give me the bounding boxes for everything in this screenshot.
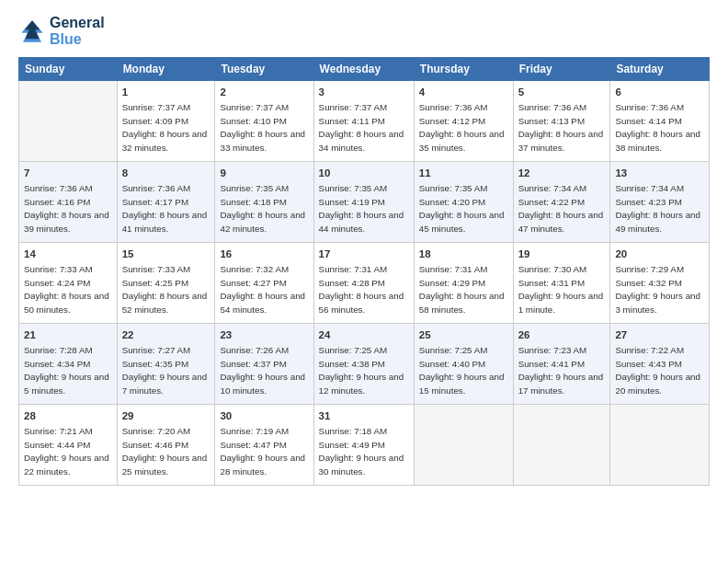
calendar-cell: 2 Sunrise: 7:37 AMSunset: 4:10 PMDayligh… (215, 81, 313, 162)
day-info: Sunrise: 7:25 AMSunset: 4:38 PMDaylight:… (319, 345, 404, 396)
weekday-header: Sunday (19, 58, 118, 81)
calendar-cell: 16 Sunrise: 7:32 AMSunset: 4:27 PMDaylig… (215, 243, 313, 324)
day-number: 25 (419, 327, 508, 342)
logo-icon (18, 17, 46, 45)
calendar-row: 14 Sunrise: 7:33 AMSunset: 4:24 PMDaylig… (19, 243, 710, 324)
calendar-cell: 9 Sunrise: 7:35 AMSunset: 4:18 PMDayligh… (215, 162, 313, 243)
day-info: Sunrise: 7:27 AMSunset: 4:35 PMDaylight:… (122, 345, 208, 396)
calendar-cell (414, 405, 513, 486)
calendar-cell: 15 Sunrise: 7:33 AMSunset: 4:25 PMDaylig… (117, 243, 215, 324)
day-number: 30 (220, 408, 308, 423)
header: General Blue (18, 15, 710, 48)
day-info: Sunrise: 7:34 AMSunset: 4:22 PMDaylight:… (518, 183, 604, 234)
weekday-header: Wednesday (313, 58, 414, 81)
day-number: 13 (615, 166, 704, 180)
day-number: 11 (419, 166, 508, 180)
logo-text: General Blue (50, 15, 105, 48)
day-info: Sunrise: 7:35 AMSunset: 4:19 PMDaylight:… (319, 183, 404, 234)
day-number: 14 (24, 247, 112, 261)
calendar-cell: 11 Sunrise: 7:35 AMSunset: 4:20 PMDaylig… (414, 162, 513, 243)
day-info: Sunrise: 7:32 AMSunset: 4:27 PMDaylight:… (220, 264, 305, 315)
day-number: 7 (24, 166, 112, 180)
day-info: Sunrise: 7:36 AMSunset: 4:12 PMDaylight:… (419, 102, 505, 153)
day-number: 26 (518, 327, 606, 342)
calendar-cell: 23 Sunrise: 7:26 AMSunset: 4:37 PMDaylig… (215, 324, 313, 405)
day-info: Sunrise: 7:35 AMSunset: 4:20 PMDaylight:… (419, 183, 505, 234)
day-info: Sunrise: 7:31 AMSunset: 4:28 PMDaylight:… (319, 264, 404, 315)
day-number: 15 (122, 247, 210, 261)
day-number: 4 (419, 85, 508, 99)
day-number: 6 (615, 85, 704, 99)
calendar-cell (513, 405, 610, 486)
calendar-cell: 29 Sunrise: 7:20 AMSunset: 4:46 PMDaylig… (117, 405, 215, 486)
day-number: 12 (518, 166, 606, 180)
day-info: Sunrise: 7:36 AMSunset: 4:13 PMDaylight:… (518, 102, 604, 153)
calendar-cell: 4 Sunrise: 7:36 AMSunset: 4:12 PMDayligh… (414, 81, 513, 162)
calendar-cell: 10 Sunrise: 7:35 AMSunset: 4:19 PMDaylig… (313, 162, 414, 243)
day-number: 24 (319, 327, 409, 342)
calendar-cell: 1 Sunrise: 7:37 AMSunset: 4:09 PMDayligh… (117, 81, 215, 162)
day-number: 23 (220, 327, 308, 342)
day-info: Sunrise: 7:37 AMSunset: 4:10 PMDaylight:… (220, 102, 305, 153)
day-info: Sunrise: 7:36 AMSunset: 4:14 PMDaylight:… (615, 102, 700, 153)
day-number: 19 (518, 247, 606, 261)
calendar-cell: 28 Sunrise: 7:21 AMSunset: 4:44 PMDaylig… (19, 405, 118, 486)
weekday-header: Friday (513, 58, 610, 81)
day-number: 18 (419, 247, 508, 261)
calendar-row: 21 Sunrise: 7:28 AMSunset: 4:34 PMDaylig… (19, 324, 710, 405)
calendar-header-row: SundayMondayTuesdayWednesdayThursdayFrid… (19, 58, 710, 81)
calendar-row: 1 Sunrise: 7:37 AMSunset: 4:09 PMDayligh… (19, 81, 710, 162)
calendar-cell: 8 Sunrise: 7:36 AMSunset: 4:17 PMDayligh… (117, 162, 215, 243)
day-number: 2 (220, 85, 308, 99)
day-number: 5 (518, 85, 606, 99)
day-number: 9 (220, 166, 308, 180)
calendar-cell: 21 Sunrise: 7:28 AMSunset: 4:34 PMDaylig… (19, 324, 118, 405)
day-info: Sunrise: 7:33 AMSunset: 4:24 PMDaylight:… (24, 264, 109, 315)
day-info: Sunrise: 7:36 AMSunset: 4:16 PMDaylight:… (24, 183, 109, 234)
day-info: Sunrise: 7:28 AMSunset: 4:34 PMDaylight:… (24, 345, 109, 396)
day-number: 1 (122, 85, 210, 99)
calendar-cell: 5 Sunrise: 7:36 AMSunset: 4:13 PMDayligh… (513, 81, 610, 162)
day-number: 3 (319, 85, 409, 99)
calendar-cell: 17 Sunrise: 7:31 AMSunset: 4:28 PMDaylig… (313, 243, 414, 324)
calendar-body: 1 Sunrise: 7:37 AMSunset: 4:09 PMDayligh… (19, 81, 710, 486)
day-number: 29 (122, 408, 210, 423)
calendar-cell: 31 Sunrise: 7:18 AMSunset: 4:49 PMDaylig… (313, 405, 414, 486)
weekday-header: Thursday (414, 58, 513, 81)
calendar-cell: 24 Sunrise: 7:25 AMSunset: 4:38 PMDaylig… (313, 324, 414, 405)
day-info: Sunrise: 7:19 AMSunset: 4:47 PMDaylight:… (220, 426, 305, 477)
day-info: Sunrise: 7:20 AMSunset: 4:46 PMDaylight:… (122, 426, 208, 477)
calendar-table: SundayMondayTuesdayWednesdayThursdayFrid… (18, 57, 710, 486)
day-number: 10 (319, 166, 409, 180)
day-info: Sunrise: 7:18 AMSunset: 4:49 PMDaylight:… (319, 426, 404, 477)
weekday-header: Tuesday (215, 58, 313, 81)
day-info: Sunrise: 7:33 AMSunset: 4:25 PMDaylight:… (122, 264, 208, 315)
day-info: Sunrise: 7:34 AMSunset: 4:23 PMDaylight:… (615, 183, 700, 234)
day-number: 21 (24, 327, 112, 342)
day-number: 17 (319, 247, 409, 261)
day-number: 20 (615, 247, 704, 261)
calendar-cell (610, 405, 710, 486)
calendar-cell: 22 Sunrise: 7:27 AMSunset: 4:35 PMDaylig… (117, 324, 215, 405)
day-info: Sunrise: 7:37 AMSunset: 4:11 PMDaylight:… (319, 102, 404, 153)
weekday-header: Monday (117, 58, 215, 81)
day-number: 28 (24, 408, 112, 423)
day-info: Sunrise: 7:22 AMSunset: 4:43 PMDaylight:… (615, 345, 700, 396)
calendar-cell: 12 Sunrise: 7:34 AMSunset: 4:22 PMDaylig… (513, 162, 610, 243)
calendar-row: 7 Sunrise: 7:36 AMSunset: 4:16 PMDayligh… (19, 162, 710, 243)
calendar-cell: 6 Sunrise: 7:36 AMSunset: 4:14 PMDayligh… (610, 81, 710, 162)
calendar-cell: 13 Sunrise: 7:34 AMSunset: 4:23 PMDaylig… (610, 162, 710, 243)
calendar-row: 28 Sunrise: 7:21 AMSunset: 4:44 PMDaylig… (19, 405, 710, 486)
day-info: Sunrise: 7:30 AMSunset: 4:31 PMDaylight:… (518, 264, 604, 315)
page: General Blue SundayMondayTuesdayWednesda… (0, 0, 728, 563)
calendar-cell: 18 Sunrise: 7:31 AMSunset: 4:29 PMDaylig… (414, 243, 513, 324)
day-info: Sunrise: 7:23 AMSunset: 4:41 PMDaylight:… (518, 345, 604, 396)
calendar-cell: 14 Sunrise: 7:33 AMSunset: 4:24 PMDaylig… (19, 243, 118, 324)
day-info: Sunrise: 7:35 AMSunset: 4:18 PMDaylight:… (220, 183, 305, 234)
day-number: 22 (122, 327, 210, 342)
day-info: Sunrise: 7:37 AMSunset: 4:09 PMDaylight:… (122, 102, 208, 153)
day-number: 8 (122, 166, 210, 180)
calendar-cell: 3 Sunrise: 7:37 AMSunset: 4:11 PMDayligh… (313, 81, 414, 162)
calendar-cell: 27 Sunrise: 7:22 AMSunset: 4:43 PMDaylig… (610, 324, 710, 405)
calendar-cell (19, 81, 118, 162)
